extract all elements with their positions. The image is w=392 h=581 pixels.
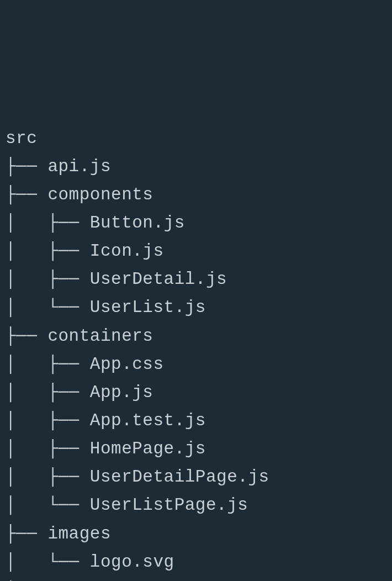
tree-file: │ ├── Icon.js — [6, 237, 386, 265]
file-tree: src├── api.js├── components│ ├── Button.… — [6, 124, 386, 581]
tree-file: ├── api.js — [6, 152, 386, 181]
tree-file: │ └── UserList.js — [6, 293, 386, 321]
tree-file: │ └── UserListPage.js — [6, 491, 386, 519]
tree-file: │ └── logo.svg — [6, 548, 386, 576]
tree-file: │ ├── App.css — [6, 350, 386, 378]
tree-file: │ ├── Button.js — [6, 209, 386, 237]
tree-folder: ├── components — [6, 181, 386, 209]
tree-file: ├── index.js — [6, 576, 386, 581]
tree-file: │ ├── App.test.js — [6, 406, 386, 435]
tree-folder: ├── containers — [6, 322, 386, 350]
tree-file: │ ├── UserDetail.js — [6, 265, 386, 293]
tree-file: │ ├── HomePage.js — [6, 435, 386, 463]
tree-root: src — [6, 124, 386, 152]
tree-folder: ├── images — [6, 520, 386, 548]
tree-file: │ ├── UserDetailPage.js — [6, 463, 386, 491]
tree-file: │ ├── App.js — [6, 378, 386, 406]
